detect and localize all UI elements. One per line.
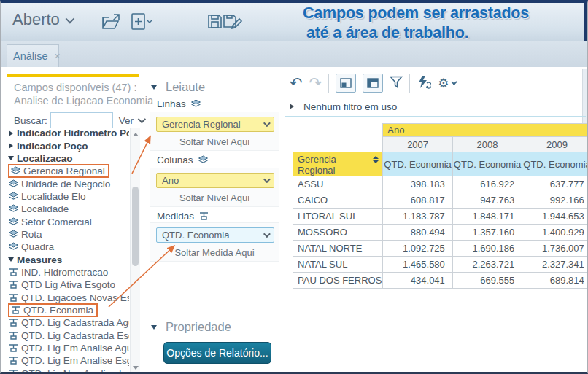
properties-section-header[interactable]: Propriedade bbox=[151, 320, 231, 334]
field-group[interactable]: Measures bbox=[8, 253, 129, 265]
undo-icon[interactable]: ↶ bbox=[290, 75, 303, 91]
field-label: Unidade de Negocio bbox=[21, 179, 110, 190]
tab-close-icon[interactable]: × bbox=[55, 50, 61, 62]
columns-drop-hint: Soltar Nível Aqui bbox=[150, 192, 279, 203]
toolbar-separator bbox=[409, 74, 410, 93]
save-icon[interactable] bbox=[207, 14, 223, 32]
open-menu-button[interactable]: Aberto bbox=[12, 10, 72, 29]
field-item[interactable]: QTD. Lig Em Analise Esgoto bbox=[8, 354, 129, 367]
columns-field-select[interactable]: Ano bbox=[156, 173, 274, 188]
field-item[interactable]: QTD Lig Ativa Esgoto bbox=[8, 278, 129, 291]
measures-field-select[interactable]: QTD. Economia bbox=[156, 227, 274, 243]
cell-value: 1.690.186 bbox=[452, 241, 522, 257]
chevron-down-icon bbox=[263, 176, 271, 183]
field-label: Indicador Hidrometro Poço bbox=[17, 128, 129, 139]
filter-bar-underline bbox=[285, 116, 586, 117]
rows-dropzone[interactable]: Gerencia Regional Soltar Nível Aqui bbox=[150, 112, 279, 151]
field-item[interactable]: Rota bbox=[8, 228, 129, 241]
measure-icon bbox=[8, 293, 19, 303]
field-group[interactable]: Indicador Poço bbox=[8, 139, 129, 152]
measure-icon bbox=[10, 305, 21, 315]
collapse-icon bbox=[151, 85, 157, 90]
tree-scrollbar[interactable] bbox=[130, 128, 140, 373]
rows-field-select[interactable]: Gerencia Regional bbox=[156, 117, 274, 132]
field-label: Localidade Elo bbox=[21, 191, 86, 202]
search-input[interactable] bbox=[50, 112, 113, 128]
columns-dropzone[interactable]: Ano Soltar Nível Aqui bbox=[150, 168, 279, 207]
layers-icon bbox=[8, 217, 19, 227]
annotation-banner: Campos podem ser arrastados até a área d… bbox=[303, 4, 529, 43]
rows-zone-label: Linhas bbox=[157, 98, 204, 109]
settings-gear-icon[interactable]: ⚙ bbox=[438, 76, 455, 91]
layout-section-header[interactable]: Leiaute bbox=[151, 80, 205, 94]
scroll-down-icon[interactable] bbox=[133, 366, 139, 370]
filter-expand-icon[interactable] bbox=[290, 104, 294, 109]
rows-drop-hint: Soltar Nível Aqui bbox=[150, 136, 279, 147]
field-tree: Indicador Hidrometro PoçoIndicador PoçoL… bbox=[8, 127, 129, 373]
scrollbar-thumb[interactable] bbox=[132, 187, 139, 266]
field-item[interactable]: QTD. Ligacoes Novas Esgoto bbox=[8, 291, 129, 303]
field-label: Indicador Poço bbox=[17, 141, 88, 152]
table-view-icon[interactable] bbox=[363, 74, 383, 93]
highlighted-field: QTD. Economia bbox=[8, 303, 98, 317]
row-dimension-header[interactable]: Gerencia Regional bbox=[293, 152, 383, 176]
field-group[interactable]: Indicador Hidrometro Poço bbox=[8, 127, 129, 139]
field-item[interactable]: QTD. Lig Cadastrada Agua bbox=[8, 316, 129, 329]
report-options-button[interactable]: Opções de Relatório... bbox=[163, 342, 271, 364]
panel-divider bbox=[285, 69, 285, 373]
fields-panel-accent-bar bbox=[7, 74, 139, 77]
save-as-icon[interactable] bbox=[223, 14, 243, 33]
measure-icon bbox=[8, 318, 19, 327]
field-item[interactable]: Setor Comercial bbox=[8, 215, 129, 227]
cell-value: 1.092.725 bbox=[383, 241, 452, 257]
measures-drop-hint: Soltar Medida Aqui bbox=[150, 247, 279, 258]
measure-icon bbox=[8, 356, 19, 365]
field-label: QTD. Lig Cadastrada Esgoto bbox=[21, 330, 129, 341]
row-label: PAU DOS FERROS bbox=[293, 273, 383, 289]
field-label: Setor Comercial bbox=[21, 217, 92, 227]
column-dimension-row: Ano bbox=[293, 124, 588, 137]
field-label: Localizacao bbox=[17, 153, 73, 164]
cell-value: 1.357.160 bbox=[452, 225, 522, 241]
field-item[interactable]: QTD. Economia bbox=[8, 304, 129, 316]
sort-icon[interactable] bbox=[373, 156, 379, 163]
field-label: QTD. Lig Nao Analisadas Agua bbox=[21, 368, 129, 373]
field-label: QTD. Lig Em Analise Agua bbox=[21, 343, 129, 354]
field-item[interactable]: IND. Hidrometracao bbox=[8, 266, 129, 278]
redo-icon[interactable]: ↷ bbox=[309, 75, 322, 91]
cell-value: 616.922 bbox=[452, 176, 522, 192]
table-row: ASSU398.183616.922637.777 bbox=[293, 176, 588, 192]
filter-bar[interactable]: Nenhum filtro em uso bbox=[290, 99, 581, 114]
table-row: NATAL NORTE1.092.7251.690.1861.736.007 bbox=[293, 241, 588, 257]
new-document-icon[interactable] bbox=[130, 12, 152, 34]
layers-icon bbox=[8, 204, 19, 214]
field-item[interactable]: Quadra bbox=[8, 241, 129, 253]
field-item[interactable]: Unidade de Negocio bbox=[8, 177, 129, 190]
table-row: LITORAL SUL1.183.7871.848.1711.944.653 bbox=[293, 209, 588, 225]
table-row: CAICO608.817947.763992.166 bbox=[293, 192, 588, 209]
field-item[interactable]: Gerencia Regional bbox=[8, 165, 129, 177]
field-group[interactable]: Localizacao bbox=[8, 152, 129, 165]
field-item[interactable]: QTD. Lig Nao Analisadas Agua bbox=[8, 367, 129, 373]
open-folder-icon[interactable] bbox=[101, 12, 123, 34]
scroll-up-icon[interactable] bbox=[133, 133, 139, 136]
table-row: MOSSORO880.4941.357.1601.400.929 bbox=[293, 225, 588, 241]
chevron-down-icon bbox=[263, 230, 271, 238]
measures-dropzone[interactable]: QTD. Economia Soltar Medida Aqui bbox=[150, 222, 279, 262]
cell-value: 1.736.007 bbox=[522, 241, 588, 257]
refresh-data-icon[interactable] bbox=[417, 75, 431, 92]
field-item[interactable]: QTD. Lig Em Analise Agua bbox=[8, 342, 129, 354]
field-item[interactable]: Localidade bbox=[8, 203, 129, 215]
cell-value: 992.166 bbox=[522, 192, 588, 209]
row-label: MOSSORO bbox=[293, 225, 383, 241]
column-dimension-header: Ano bbox=[383, 124, 588, 137]
fields-panel-title: Campos disponíveis (47) : bbox=[14, 82, 136, 93]
filter-icon[interactable] bbox=[390, 76, 403, 91]
cell-value: 1.400.929 bbox=[522, 225, 588, 241]
field-item[interactable]: QTD. Lig Cadastrada Esgoto bbox=[8, 330, 129, 342]
layout-view-icon[interactable] bbox=[336, 74, 356, 93]
view-dropdown[interactable]: Ver bbox=[119, 115, 144, 126]
tab-analise[interactable]: Análise × bbox=[7, 44, 59, 67]
toolbar-separator bbox=[328, 74, 329, 93]
field-item[interactable]: Localidade Elo bbox=[8, 190, 129, 203]
